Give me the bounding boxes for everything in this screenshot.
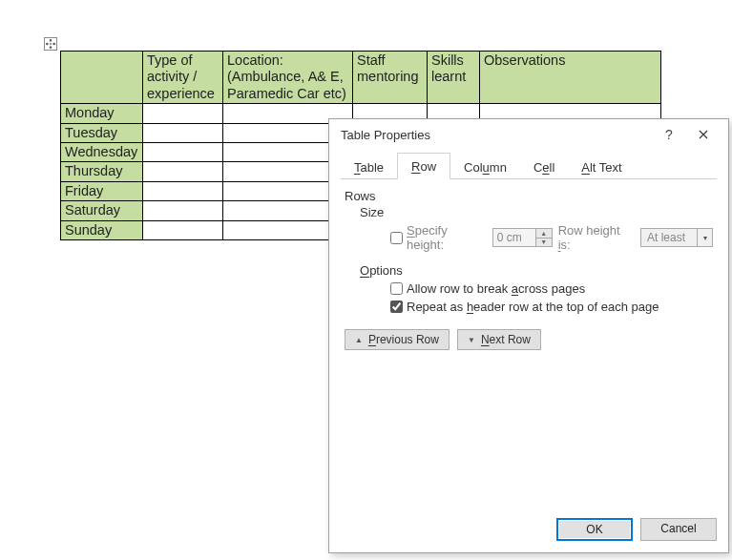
col-header-staff: Staff mentoring [353,52,428,104]
cancel-button[interactable]: Cancel [640,518,717,541]
size-label: Size [360,205,713,219]
row-height-value: At least [641,231,697,244]
row-day: Wednesday [61,142,143,161]
table-move-handle[interactable] [44,37,57,51]
help-button[interactable]: ? [652,123,686,146]
rows-label: Rows [345,189,713,203]
row-day: Friday [61,181,143,200]
close-icon [699,130,708,139]
tabs: Table Row Column Cell Alt Text [341,152,717,179]
chevron-down-icon: ▾ [697,229,712,246]
allow-break-checkbox[interactable] [390,282,403,295]
height-value-input[interactable] [493,229,535,246]
dialog-title: Table Properties [341,128,652,142]
dialog-footer: OK Cancel [329,510,728,552]
triangle-down-icon: ▼ [468,336,475,344]
row-day: Tuesday [61,123,143,142]
row-height-is-label: Row height is: [558,223,635,252]
height-spinner[interactable]: ▲ ▼ [492,228,553,247]
nav-buttons: ▲ Previous Row ▼ Next Row [345,329,713,350]
tab-table[interactable]: Table [341,155,397,179]
row-height-is-select[interactable]: At least ▾ [640,228,713,247]
col-header-location: Location: (Ambulance, A& E, Paramedic Ca… [223,52,353,104]
allow-break-row: Allow row to break across pages [390,281,713,296]
previous-row-button[interactable]: ▲ Previous Row [345,329,450,350]
col-header-observations: Observations [480,52,661,104]
row-day: Saturday [61,201,143,220]
row-day: Sunday [61,220,143,239]
repeat-header-check[interactable]: Repeat as header row at the top of each … [390,300,659,314]
ok-button[interactable]: OK [556,518,633,541]
move-icon [46,39,55,49]
col-header-blank [61,52,143,104]
repeat-header-row: Repeat as header row at the top of each … [390,300,713,314]
tab-content-row: Rows Size Specify height: ▲ ▼ Row height… [341,189,717,354]
specify-height-checkbox[interactable] [390,232,403,244]
row-day: Monday [61,104,143,123]
options-label: Options [360,263,713,278]
specify-height-check[interactable]: Specify height: [390,223,487,252]
height-spin-down[interactable]: ▼ [536,239,552,247]
col-header-skills: Skills learnt [428,52,480,104]
col-header-type: Type of activity / experience [143,52,223,104]
specify-height-row: Specify height: ▲ ▼ Row height is: At le… [390,223,713,252]
triangle-up-icon: ▲ [355,336,363,344]
repeat-header-checkbox[interactable] [390,301,403,313]
tab-row[interactable]: Row [397,153,450,179]
next-row-button[interactable]: ▼ Next Row [457,329,541,350]
table-properties-dialog: Table Properties ? Table Row Column Cell… [328,118,729,553]
dialog-body: Table Row Column Cell Alt Text Rows Size… [329,150,728,510]
row-day: Thursday [61,162,143,181]
close-button[interactable] [686,123,721,146]
allow-break-check[interactable]: Allow row to break across pages [390,281,585,296]
tab-cell[interactable]: Cell [520,155,568,179]
table-header-row: Type of activity / experience Location: … [61,52,661,104]
height-spin-up[interactable]: ▲ [536,229,552,239]
tab-alt-text[interactable]: Alt Text [568,155,635,179]
tab-column[interactable]: Column [450,155,520,179]
dialog-titlebar[interactable]: Table Properties ? [329,119,728,150]
